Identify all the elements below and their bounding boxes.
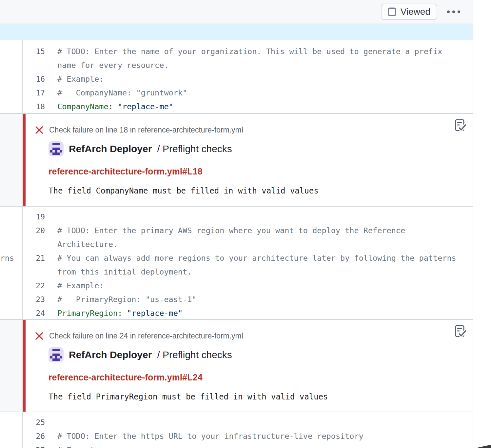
viewed-checkbox[interactable] bbox=[388, 8, 396, 16]
split-diff-left-gutter bbox=[0, 114, 23, 206]
code-text: # Example: bbox=[45, 279, 104, 293]
code-column: 15# TODO: Enter the name of your organiz… bbox=[23, 40, 473, 113]
line-number bbox=[23, 58, 45, 72]
code-row: 18CompanyName: "replace-me" bbox=[23, 100, 473, 113]
x-icon bbox=[35, 126, 44, 134]
code-row: 15# TODO: Enter the name of your organiz… bbox=[23, 45, 473, 58]
line-number[interactable]: 15 bbox=[23, 45, 45, 58]
kebab-dot bbox=[458, 10, 460, 13]
line-number[interactable]: 16 bbox=[23, 72, 45, 86]
code-row: 22# Example: bbox=[23, 279, 473, 293]
line-number[interactable]: 18 bbox=[23, 100, 45, 113]
code-row: 17# CompanyName: "gruntwork" bbox=[23, 86, 473, 100]
file-header-bar: Viewed bbox=[0, 0, 473, 24]
line-number[interactable]: 27 bbox=[23, 443, 45, 448]
annotation-body: Check failure on line 18 in reference-ar… bbox=[23, 114, 473, 206]
code-text: # PrimaryRegion: "us-east-1" bbox=[45, 293, 196, 306]
annotation-file-link[interactable]: reference-architecture-form.yml#L18 bbox=[49, 167, 203, 177]
code-text: Architecture. bbox=[45, 237, 118, 251]
code-text bbox=[45, 416, 57, 429]
line-number[interactable]: 20 bbox=[23, 224, 45, 237]
line-number[interactable]: 24 bbox=[23, 306, 45, 319]
line-number[interactable]: 25 bbox=[23, 416, 45, 429]
line-number bbox=[23, 237, 45, 251]
code-row: 20# TODO: Enter the primary AWS region w… bbox=[23, 224, 473, 237]
kebab-dot bbox=[452, 10, 455, 13]
line-number[interactable]: 22 bbox=[23, 279, 45, 293]
annotation-message: The field PrimaryRegion must be filled i… bbox=[49, 392, 453, 401]
check-context: / Preflight checks bbox=[157, 143, 232, 154]
code-section-3: 2526# TODO: Enter the https URL to your … bbox=[0, 412, 473, 448]
check-annotation-line-24: Check failure on line 24 in reference-ar… bbox=[0, 319, 473, 412]
kebab-dot bbox=[447, 10, 450, 13]
code-text: name for every resource. bbox=[45, 58, 169, 72]
code-section-1: 15# TODO: Enter the name of your organiz… bbox=[0, 40, 473, 113]
code-row: Architecture. bbox=[23, 237, 473, 251]
check-app-name: RefArch Deployer bbox=[69, 143, 152, 154]
code-row: 23# PrimaryRegion: "us-east-1" bbox=[23, 293, 473, 306]
code-text: # TODO: Enter the primary AWS region whe… bbox=[45, 224, 405, 237]
check-context: / Preflight checks bbox=[157, 349, 232, 360]
split-diff-left-gutter: rns bbox=[0, 207, 23, 319]
code-row: 16# Example: bbox=[23, 72, 473, 86]
line-number[interactable]: 26 bbox=[23, 429, 45, 443]
x-icon bbox=[35, 332, 44, 340]
code-section-2: rns 1920# TODO: Enter the primary AWS re… bbox=[0, 207, 473, 319]
code-row: 26# TODO: Enter the https URL to your in… bbox=[23, 429, 473, 443]
refarch-deployer-app-icon bbox=[49, 347, 64, 362]
split-diff-left-gutter bbox=[0, 412, 23, 448]
annotation-title: Check failure on line 18 in reference-ar… bbox=[49, 126, 243, 134]
check-annotation-line-18: Check failure on line 18 in reference-ar… bbox=[0, 113, 473, 207]
annotation-title: Check failure on line 24 in reference-ar… bbox=[49, 332, 243, 340]
code-text bbox=[45, 210, 57, 224]
diff-hunk-bar bbox=[0, 24, 473, 40]
check-app-name: RefArch Deployer bbox=[69, 349, 152, 360]
code-text: # You can always add more regions to you… bbox=[45, 251, 456, 265]
code-column: 1920# TODO: Enter the primary AWS region… bbox=[23, 207, 473, 319]
code-row: from this initial deployment. bbox=[23, 265, 473, 279]
line-number[interactable]: 17 bbox=[23, 86, 45, 100]
code-text: from this initial deployment. bbox=[45, 265, 192, 279]
refarch-deployer-app-icon bbox=[49, 141, 64, 156]
kebab-menu-button[interactable] bbox=[446, 7, 462, 16]
code-row: 21# You can always add more regions to y… bbox=[23, 251, 473, 265]
viewed-button[interactable]: Viewed bbox=[381, 4, 437, 20]
line-number bbox=[23, 265, 45, 279]
code-row: 27# Example: bbox=[23, 443, 473, 448]
cursor-fragment bbox=[476, 444, 491, 448]
code-text: CompanyName: "replace-me" bbox=[45, 100, 173, 113]
code-row: 25 bbox=[23, 416, 473, 429]
line-number[interactable]: 19 bbox=[23, 210, 45, 224]
line-number[interactable]: 23 bbox=[23, 293, 45, 306]
code-row: 24PrimaryRegion: "replace-me" bbox=[23, 306, 473, 319]
code-text: # Example: bbox=[45, 72, 104, 86]
file-check-icon[interactable] bbox=[454, 324, 467, 339]
file-diff-panel: Viewed 15# TODO: Enter the name of your … bbox=[0, 0, 473, 448]
code-text: PrimaryRegion: "replace-me" bbox=[45, 306, 183, 319]
code-text: # CompanyName: "gruntwork" bbox=[45, 86, 187, 100]
code-text: # Example: bbox=[45, 443, 104, 448]
code-row: name for every resource. bbox=[23, 58, 473, 72]
left-pane-clipped-code: rns bbox=[0, 251, 14, 265]
split-diff-left-gutter bbox=[0, 40, 23, 113]
file-check-icon[interactable] bbox=[454, 118, 467, 133]
annotation-file-link[interactable]: reference-architecture-form.yml#L24 bbox=[49, 373, 203, 383]
annotation-message: The field CompanyName must be filled in … bbox=[49, 186, 453, 195]
viewed-label: Viewed bbox=[401, 7, 430, 17]
code-text: # TODO: Enter the name of your organizat… bbox=[45, 45, 442, 58]
code-column: 2526# TODO: Enter the https URL to your … bbox=[23, 412, 473, 448]
code-text: # TODO: Enter the https URL to your infr… bbox=[45, 429, 363, 443]
split-diff-left-gutter bbox=[0, 320, 23, 412]
annotation-body: Check failure on line 24 in reference-ar… bbox=[23, 320, 473, 412]
code-row: 19 bbox=[23, 210, 473, 224]
line-number[interactable]: 21 bbox=[23, 251, 45, 265]
